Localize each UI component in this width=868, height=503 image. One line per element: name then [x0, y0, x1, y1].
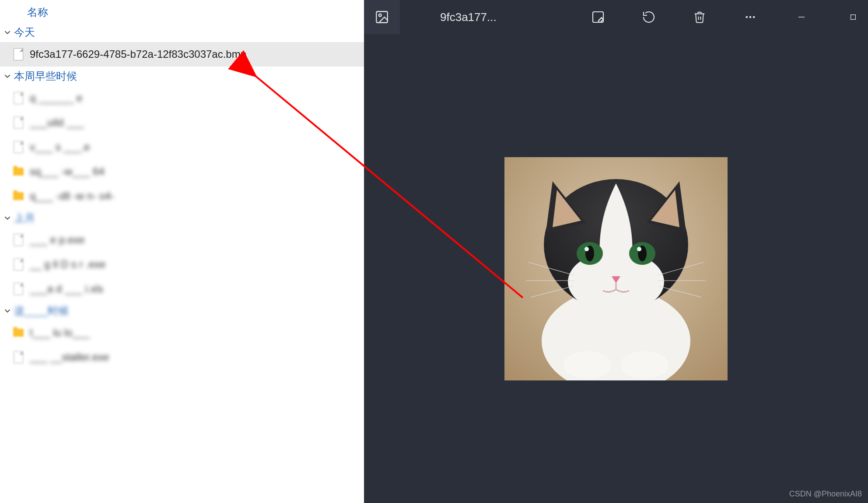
svg-point-20: [584, 247, 589, 251]
svg-point-28: [564, 351, 612, 379]
file-name: ___ e p.exe: [30, 234, 84, 246]
column-header-name[interactable]: 名称: [0, 2, 364, 23]
file-row[interactable]: __ g ll D s r .exe: [0, 252, 364, 277]
file-name: sq___ -w___ 64: [30, 165, 105, 178]
file-row[interactable]: q ______ e: [0, 86, 364, 110]
file-row-selected[interactable]: 9fc3a177-6629-4785-b72a-12f83c3037ac.bmp: [0, 42, 364, 67]
maximize-icon[interactable]: [840, 4, 866, 30]
file-name: t___ lu lo___: [30, 327, 90, 339]
svg-point-4: [749, 16, 752, 18]
file-icon: [12, 257, 24, 271]
file-row[interactable]: ___ __staller.exe: [0, 345, 364, 369]
svg-point-5: [753, 16, 755, 18]
file-row[interactable]: ___uild ___: [0, 110, 364, 135]
file-name: ___ __staller.exe: [30, 351, 109, 363]
rotate-icon[interactable]: [636, 4, 662, 30]
file-icon: [12, 91, 24, 105]
folder-icon: [12, 165, 24, 179]
preview-image-cat: [504, 157, 728, 380]
file-icon: [12, 350, 24, 364]
chevron-down-icon: [3, 213, 12, 223]
delete-icon[interactable]: [687, 4, 712, 30]
group-header[interactable]: 这____时候: [0, 301, 364, 320]
file-icon: [12, 116, 24, 130]
svg-point-1: [379, 14, 382, 17]
photos-titlebar: 9fc3a177...: [364, 0, 868, 34]
svg-point-3: [746, 16, 748, 18]
file-name: 9fc3a177-6629-4785-b72a-12f83c3037ac.bmp: [30, 48, 246, 60]
file-name: ___a d ___ i.xls: [30, 283, 103, 295]
file-explorer-pane: 名称 今天9fc3a177-6629-4785-b72a-12f83c3037a…: [0, 0, 364, 503]
more-icon[interactable]: [738, 4, 763, 30]
photos-viewer-window: 9fc3a177...: [364, 0, 868, 503]
folder-icon: [12, 189, 24, 203]
file-icon: [12, 140, 24, 154]
chevron-down-icon: [3, 71, 12, 81]
file-name: q ______ e: [30, 92, 82, 104]
image-canvas[interactable]: [364, 34, 868, 503]
svg-rect-0: [376, 11, 388, 23]
file-row[interactable]: ___a d ___ i.xls: [0, 277, 364, 301]
file-icon: [12, 233, 24, 247]
photos-app-icon[interactable]: [364, 0, 400, 34]
file-row[interactable]: ___ e p.exe: [0, 228, 364, 252]
file-icon: [12, 282, 24, 296]
folder-icon: [12, 326, 24, 340]
group-label: 上月: [14, 211, 35, 225]
photos-title: 9fc3a177...: [440, 11, 497, 24]
chevron-down-icon: [3, 28, 12, 37]
group-header[interactable]: 上月: [0, 208, 364, 228]
svg-rect-7: [851, 15, 856, 20]
file-row[interactable]: q___ -dll -w n- o4-: [0, 184, 364, 208]
group-header[interactable]: 今天: [0, 23, 364, 42]
svg-point-21: [637, 247, 641, 251]
chevron-down-icon: [3, 306, 12, 316]
minimize-icon[interactable]: [788, 4, 815, 30]
group-header[interactable]: 本周早些时候: [0, 67, 364, 86]
file-row[interactable]: sq___ -w___ 64: [0, 159, 364, 184]
file-row[interactable]: t___ lu lo___: [0, 320, 364, 345]
file-name: q___ -dll -w n- o4-: [30, 190, 114, 202]
file-name: __ g ll D s r .exe: [30, 258, 105, 271]
group-label: 这____时候: [14, 304, 69, 318]
file-row[interactable]: v___ s ___.e: [0, 135, 364, 159]
file-name: v___ s ___.e: [30, 141, 90, 153]
watermark-text: CSDN @PhoenixAI8: [789, 489, 862, 499]
group-label: 本周早些时候: [14, 69, 77, 83]
group-label: 今天: [14, 25, 35, 39]
file-name: ___uild ___: [30, 116, 84, 129]
file-icon: [12, 47, 24, 61]
svg-point-29: [620, 351, 668, 379]
edit-image-icon[interactable]: [585, 4, 611, 30]
